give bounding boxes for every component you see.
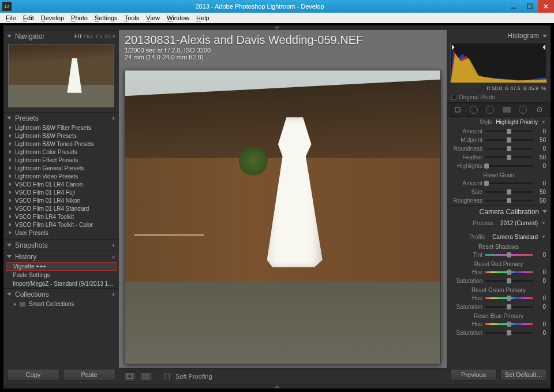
- slider-thumb[interactable]: [507, 304, 511, 309]
- slider-midpoint[interactable]: Midpoint50: [447, 136, 551, 144]
- menu-edit[interactable]: Edit: [20, 14, 38, 21]
- top-panel-toggle[interactable]: [3, 25, 551, 30]
- cc-group-label[interactable]: Reset Green Primary: [447, 285, 551, 294]
- slider-track[interactable]: [485, 200, 533, 201]
- add-snapshot-button[interactable]: +: [111, 241, 115, 249]
- slider-highlights[interactable]: Highlights0: [447, 162, 551, 170]
- slider-thumb[interactable]: [507, 198, 511, 203]
- clear-history-button[interactable]: ×: [112, 253, 115, 260]
- slider-amount[interactable]: Amount0: [447, 179, 551, 188]
- main-photo[interactable]: [125, 70, 441, 364]
- slider-tint[interactable]: Tint0: [447, 251, 551, 259]
- original-photo-toggle[interactable]: Original Photo: [447, 92, 551, 103]
- gradient-tool[interactable]: [502, 105, 511, 114]
- compare-view-button[interactable]: [140, 371, 152, 382]
- add-collection-button[interactable]: +: [111, 290, 115, 298]
- slider-track[interactable]: [485, 156, 533, 158]
- menu-help[interactable]: Help: [193, 14, 213, 21]
- history-item[interactable]: Import/MegaZ - Standard (9/1/2013 1…: [3, 279, 119, 288]
- slider-track[interactable]: [485, 297, 533, 299]
- slider-track[interactable]: [485, 306, 533, 308]
- preset-folder[interactable]: VSCO Film 01 LR4 Standard: [7, 204, 115, 212]
- slider-roundness[interactable]: Roundness0: [447, 144, 551, 153]
- slider-hue[interactable]: Hue0: [447, 294, 551, 303]
- preset-folder[interactable]: VSCO Film LR4 Toolkit: [7, 212, 115, 221]
- preset-folder[interactable]: Lightroom B&W Filter Presets: [7, 124, 115, 132]
- slider-feather[interactable]: Feather50: [447, 153, 551, 162]
- preset-folder[interactable]: Lightroom Color Presets: [7, 148, 115, 156]
- slider-track[interactable]: [485, 323, 533, 325]
- brush-tool[interactable]: [535, 105, 544, 114]
- preset-folder[interactable]: Lightroom Effect Presets: [7, 156, 115, 164]
- radial-tool[interactable]: [519, 106, 527, 114]
- profile-row[interactable]: Profile : Camera Standard ▼: [447, 232, 551, 242]
- slider-thumb[interactable]: [507, 189, 511, 195]
- menu-file[interactable]: File: [2, 14, 20, 21]
- maximize-button[interactable]: [522, 0, 538, 13]
- preset-folder[interactable]: Lightroom Video Presets: [7, 172, 115, 180]
- slider-thumb[interactable]: [484, 163, 489, 169]
- slider-thumb[interactable]: [507, 330, 511, 335]
- slider-thumb[interactable]: [507, 155, 511, 160]
- preset-folder[interactable]: Lightroom B&W Presets: [7, 132, 115, 140]
- histogram[interactable]: [450, 43, 547, 83]
- menu-window[interactable]: Window: [163, 14, 193, 21]
- slider-thumb[interactable]: [507, 270, 511, 275]
- slider-thumb[interactable]: [507, 146, 511, 151]
- slider-track[interactable]: [485, 254, 533, 256]
- slider-thumb[interactable]: [484, 181, 489, 186]
- histogram-header[interactable]: Histogram: [447, 30, 551, 42]
- slider-saturation[interactable]: Saturation0: [447, 328, 551, 337]
- navigator-preview[interactable]: [8, 44, 114, 107]
- paste-button[interactable]: Paste: [63, 369, 115, 380]
- slider-thumb[interactable]: [507, 137, 511, 143]
- cc-group-label[interactable]: Reset Red Primary: [447, 259, 551, 268]
- slider-track[interactable]: [485, 148, 533, 150]
- slider-size[interactable]: Size50: [447, 188, 551, 196]
- minimize-button[interactable]: [506, 0, 522, 13]
- slider-track[interactable]: [485, 130, 533, 132]
- slider-saturation[interactable]: Saturation0: [447, 277, 551, 285]
- history-item[interactable]: Vignette +++: [6, 262, 117, 271]
- slider-hue[interactable]: Hue0: [447, 268, 551, 277]
- crop-tool[interactable]: [453, 105, 462, 114]
- navigator-zoom-options[interactable]: FIT FILL 1:1 3:1 ▾: [74, 33, 115, 39]
- preset-folder[interactable]: VSCO Film 01 LR4 Canon: [7, 180, 115, 188]
- menu-develop[interactable]: Develop: [38, 14, 68, 21]
- menu-settings[interactable]: Settings: [91, 14, 121, 21]
- presets-header[interactable]: Presets +: [3, 112, 119, 124]
- spot-tool[interactable]: [470, 106, 478, 114]
- slider-track[interactable]: [485, 332, 533, 334]
- cc-group-label[interactable]: Reset Shadows: [447, 242, 551, 251]
- preset-folder[interactable]: User Presets: [7, 229, 115, 237]
- preset-folder[interactable]: Lightroom B&W Toned Presets: [7, 140, 115, 148]
- slider-thumb[interactable]: [507, 296, 511, 301]
- history-header[interactable]: History ×: [3, 251, 119, 262]
- snapshots-header[interactable]: Snapshots +: [3, 239, 119, 251]
- slider-track[interactable]: [485, 191, 533, 193]
- loupe-view-button[interactable]: [123, 371, 136, 382]
- preset-folder[interactable]: VSCO Film 01 LR4 Fuji: [7, 188, 115, 196]
- soft-proofing-checkbox[interactable]: [164, 374, 170, 379]
- slider-thumb[interactable]: [507, 129, 511, 134]
- slider-track[interactable]: [485, 182, 533, 184]
- preset-folder[interactable]: Lightroom General Presets: [7, 164, 115, 172]
- add-preset-button[interactable]: +: [111, 114, 115, 122]
- smart-collections-item[interactable]: Smart Collections: [3, 300, 119, 308]
- slider-saturation[interactable]: Saturation0: [447, 303, 551, 311]
- menu-view[interactable]: View: [143, 14, 163, 21]
- slider-thumb[interactable]: [507, 278, 511, 283]
- reset-button[interactable]: Set Default…: [500, 369, 547, 380]
- original-photo-checkbox[interactable]: [451, 95, 456, 100]
- slider-track[interactable]: [485, 165, 533, 167]
- slider-thumb[interactable]: [507, 252, 511, 257]
- slider-thumb[interactable]: [507, 322, 511, 327]
- menu-tools[interactable]: Tools: [121, 14, 143, 21]
- slider-track[interactable]: [485, 271, 533, 273]
- menu-photo[interactable]: Photo: [68, 14, 91, 21]
- cc-group-label[interactable]: Reset Blue Primary: [447, 311, 551, 320]
- history-item[interactable]: Paste Settings: [3, 271, 119, 279]
- slider-track[interactable]: [485, 280, 533, 282]
- collections-header[interactable]: Collections +: [3, 288, 119, 300]
- slider-hue[interactable]: Hue0: [447, 320, 551, 328]
